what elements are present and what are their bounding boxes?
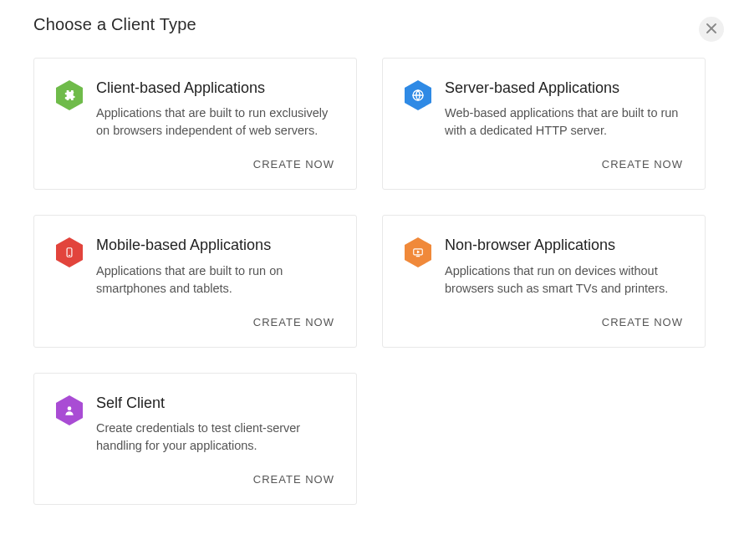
- card-description: Create credentials to test client-server…: [96, 420, 334, 455]
- create-now-button[interactable]: CREATE NOW: [253, 470, 334, 489]
- client-type-grid: Client-based Applications Applications t…: [33, 58, 706, 505]
- globe-icon: [405, 80, 431, 110]
- card-description: Applications that run on devices without…: [445, 262, 683, 298]
- close-button[interactable]: [699, 17, 724, 42]
- create-now-button[interactable]: CREATE NOW: [602, 155, 683, 174]
- card-client-based: Client-based Applications Applications t…: [33, 58, 357, 190]
- card-mobile-based: Mobile-based Applications Applications t…: [33, 215, 357, 347]
- svg-marker-11: [417, 252, 419, 253]
- card-description: Web-based applications that are built to…: [445, 104, 683, 140]
- card-description: Applications that are built to run exclu…: [96, 104, 334, 140]
- create-now-button[interactable]: CREATE NOW: [253, 313, 334, 332]
- card-description: Applications that are built to run on sm…: [96, 262, 334, 298]
- close-icon: [706, 22, 716, 37]
- card-server-based: Server-based Applications Web-based appl…: [382, 58, 706, 190]
- card-title: Client-based Applications: [96, 79, 334, 98]
- card-title: Server-based Applications: [445, 79, 683, 98]
- page-title: Choose a Client Type: [33, 15, 196, 34]
- card-title: Mobile-based Applications: [96, 236, 334, 255]
- card-self-client: Self Client Create credentials to test c…: [33, 373, 357, 505]
- mobile-icon: [56, 237, 83, 267]
- card-title: Self Client: [96, 394, 334, 413]
- create-now-button[interactable]: CREATE NOW: [602, 313, 683, 332]
- svg-point-14: [68, 406, 72, 410]
- create-now-button[interactable]: CREATE NOW: [253, 155, 334, 174]
- card-non-browser: Non-browser Applications Applications th…: [382, 215, 706, 347]
- card-title: Non-browser Applications: [445, 236, 683, 255]
- tv-icon: [405, 237, 431, 267]
- puzzle-icon: [56, 80, 83, 110]
- person-icon: [56, 395, 83, 425]
